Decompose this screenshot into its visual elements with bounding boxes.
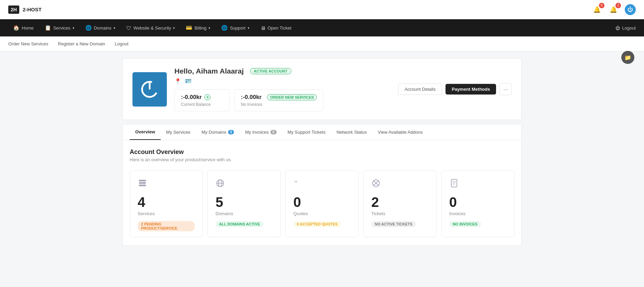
tab-overview-label: Overview bbox=[135, 129, 155, 134]
invoices-tab-badge: 0 bbox=[270, 130, 277, 134]
overview-subtitle: Here is an overview of your product/serv… bbox=[130, 157, 514, 162]
sub-nav-register-domain[interactable]: Register a New Domain bbox=[58, 41, 105, 46]
nav-services-label: Services bbox=[53, 25, 71, 31]
current-balance-card: :-0.00kr + Current Balance bbox=[174, 89, 229, 111]
balance-area: :-0.00kr + Current Balance :-0.00kr ORDE… bbox=[174, 89, 323, 111]
power-button[interactable]: ⏻ bbox=[625, 4, 636, 15]
tickets-card[interactable]: 2 Tickets NO ACTIVE TICKETS bbox=[363, 170, 436, 237]
balance-amount: :-0.00kr + bbox=[181, 94, 223, 101]
services-card[interactable]: 4 Services 2 PENDING PRODUCT/SERVICE bbox=[130, 170, 203, 237]
nav-domains[interactable]: 🌐 Domains ▾ bbox=[80, 19, 120, 36]
domains-card[interactable]: 5 Domains ALL DOMAINS ACTIVE bbox=[207, 170, 280, 237]
tab-support-tickets[interactable]: My Support Tickets bbox=[282, 124, 331, 140]
main-nav: 🏠 Home 📋 Services ▾ 🌐 Domains ▾ 🛡 Websit… bbox=[0, 19, 644, 36]
svg-text:": " bbox=[294, 179, 297, 188]
overview-title: Account Overview bbox=[130, 148, 514, 156]
tab-overview[interactable]: Overview bbox=[130, 124, 161, 140]
support-caret: ▾ bbox=[248, 26, 249, 30]
active-badge: ACTIVE ACCOUNT bbox=[250, 68, 291, 74]
ticket-icon: 🖥 bbox=[260, 25, 266, 31]
tickets-count: 2 bbox=[371, 195, 428, 209]
folder-icon: 📁 bbox=[624, 54, 631, 61]
tabs-section: Overview My Services My Domains 5 My Inv… bbox=[122, 124, 522, 246]
invoice-value: :-0.00kr bbox=[241, 94, 261, 101]
tickets-label: Tickets bbox=[371, 211, 428, 216]
home-icon: 🏠 bbox=[13, 25, 20, 31]
svg-rect-3 bbox=[139, 182, 146, 184]
nav-open-ticket[interactable]: 🖥 Open Ticket bbox=[256, 19, 296, 36]
services-count: 4 bbox=[138, 195, 195, 209]
profile-details: Hello, Aiham Alaaraj ACTIVE ACCOUNT 📍 🪪 … bbox=[174, 67, 323, 111]
tab-network-label: Network Status bbox=[336, 130, 367, 135]
header-icons: 🔔 0 🔔 2 ⏻ bbox=[592, 4, 636, 15]
id-card-icon: 🪪 bbox=[185, 78, 192, 85]
tickets-card-icon bbox=[371, 178, 428, 190]
overview-section: Account Overview Here is an overview of … bbox=[123, 140, 521, 245]
profile-left: Hello, Aiham Alaaraj ACTIVE ACCOUNT 📍 🪪 … bbox=[132, 67, 323, 111]
quotes-card[interactable]: " 0 Quotes 0 ACCEPTED QUOTES bbox=[286, 170, 358, 237]
domains-count: 5 bbox=[215, 195, 272, 209]
alerts-badge: 2 bbox=[615, 3, 621, 8]
services-card-icon bbox=[138, 178, 195, 190]
logout-icon: ⏻ bbox=[615, 25, 620, 31]
sub-nav: Order New Services Register a New Domain… bbox=[0, 36, 644, 52]
tab-view-addons[interactable]: View Available Addons bbox=[372, 124, 428, 140]
quotes-count: 0 bbox=[293, 195, 351, 209]
profile-name: Hello, Aiham Alaaraj bbox=[174, 67, 244, 75]
invoices-stat-card[interactable]: 0 Invoices NO INVOICES bbox=[441, 170, 514, 237]
services-label: Services bbox=[138, 211, 195, 216]
profile-icons: 📍 🪪 bbox=[174, 78, 323, 85]
location-icon: 📍 bbox=[174, 78, 181, 85]
nav-billing[interactable]: 💳 Billing ▾ bbox=[181, 19, 215, 36]
nav-website-security[interactable]: 🛡 Website & Security ▾ bbox=[121, 19, 180, 36]
nav-logout[interactable]: ⏻ Logout bbox=[615, 25, 636, 31]
services-tag: 2 PENDING PRODUCT/SERVICE bbox=[138, 221, 195, 231]
more-options-button[interactable]: ··· bbox=[500, 83, 512, 95]
order-services-badge[interactable]: ORDER NEW SERVICES bbox=[267, 94, 317, 100]
main-content: Hello, Aiham Alaaraj ACTIVE ACCOUNT 📍 🪪 … bbox=[116, 58, 528, 260]
tab-my-invoices[interactable]: My Invoices 0 bbox=[239, 124, 282, 140]
notifications-button[interactable]: 🔔 0 bbox=[592, 4, 602, 15]
logo-area: 2H 2-HOST bbox=[8, 5, 42, 14]
balance-label: Current Balance bbox=[181, 102, 223, 107]
domains-caret: ▾ bbox=[114, 26, 115, 30]
cards-grid: 4 Services 2 PENDING PRODUCT/SERVICE 5 bbox=[130, 170, 514, 237]
profile-actions: Account Details Payment Methods ··· bbox=[398, 83, 512, 95]
tab-my-services[interactable]: My Services bbox=[161, 124, 196, 140]
avatar bbox=[132, 72, 167, 107]
tab-services-label: My Services bbox=[166, 130, 191, 135]
tab-addons-label: View Available Addons bbox=[378, 130, 422, 135]
quotes-tag: 0 ACCEPTED QUOTES bbox=[293, 221, 341, 227]
nav-support[interactable]: 🌐 Support ▾ bbox=[216, 19, 254, 36]
nav-home[interactable]: 🏠 Home bbox=[8, 19, 39, 36]
floating-folder-button[interactable]: 📁 bbox=[621, 51, 634, 64]
alerts-button[interactable]: 🔔 2 bbox=[608, 4, 619, 15]
account-details-button[interactable]: Account Details bbox=[398, 84, 442, 95]
websec-caret: ▾ bbox=[173, 26, 175, 30]
tab-network-status[interactable]: Network Status bbox=[331, 124, 372, 140]
invoices-stat-label: Invoices bbox=[449, 211, 506, 216]
invoices-tag: NO INVOICES bbox=[449, 221, 481, 227]
invoices-card: :-0.00kr ORDER NEW SERVICES No Invoices bbox=[234, 89, 323, 111]
add-balance-button[interactable]: + bbox=[204, 94, 211, 100]
domains-tab-badge: 5 bbox=[228, 130, 234, 134]
nav-services[interactable]: 📋 Services ▾ bbox=[40, 19, 79, 36]
support-icon: 🌐 bbox=[221, 25, 228, 31]
svg-rect-12 bbox=[451, 179, 457, 187]
svg-rect-2 bbox=[139, 180, 146, 181]
nav-domains-label: Domains bbox=[94, 25, 111, 31]
top-header: 2H 2-HOST 🔔 0 🔔 2 ⏻ bbox=[0, 0, 644, 19]
tabs-header: Overview My Services My Domains 5 My Inv… bbox=[123, 124, 521, 140]
sub-nav-logout[interactable]: Logout bbox=[115, 41, 129, 46]
svg-rect-4 bbox=[139, 185, 146, 186]
payment-methods-button[interactable]: Payment Methods bbox=[446, 84, 496, 95]
invoice-label: No Invoices bbox=[241, 102, 317, 107]
logo-name: 2-HOST bbox=[23, 7, 42, 12]
sub-nav-order-services[interactable]: Order New Services bbox=[8, 41, 48, 46]
tab-my-domains[interactable]: My Domains 5 bbox=[196, 124, 240, 140]
invoice-amount: :-0.00kr ORDER NEW SERVICES bbox=[241, 94, 317, 101]
nav-left: 🏠 Home 📋 Services ▾ 🌐 Domains ▾ 🛡 Websit… bbox=[8, 19, 296, 36]
domains-card-icon bbox=[215, 178, 272, 190]
tab-domains-label: My Domains bbox=[202, 130, 226, 135]
nav-billing-label: Billing bbox=[194, 25, 206, 31]
